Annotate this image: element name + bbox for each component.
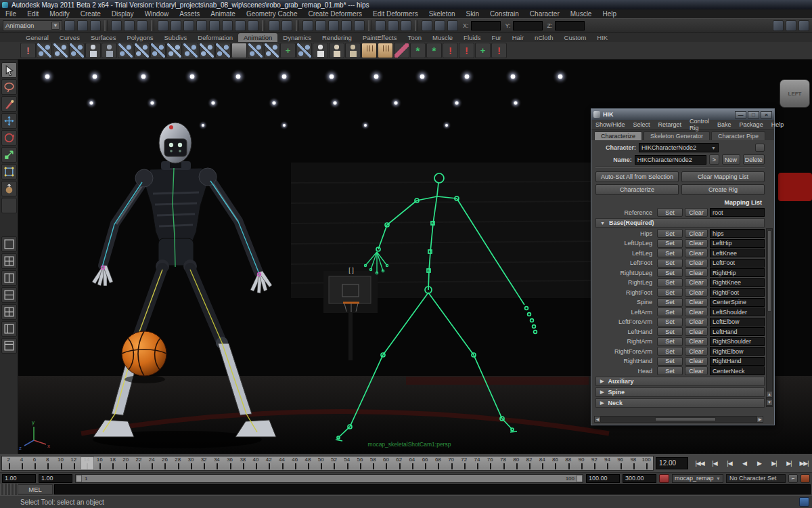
shelf-icon-bone-1[interactable] <box>37 43 52 58</box>
two-pane-side-layout[interactable] <box>1 270 17 286</box>
range-start-handle[interactable] <box>76 475 82 482</box>
scroll-down-button[interactable]: ▼ <box>766 399 773 406</box>
step-back-key-button[interactable]: |◀ <box>723 457 736 469</box>
shelf-tab-general[interactable]: General <box>20 33 54 42</box>
clear-button[interactable]: Clear <box>685 249 708 257</box>
x-coord-input[interactable] <box>471 21 501 30</box>
shelf-icon-bone-3[interactable] <box>69 43 85 58</box>
clear-button[interactable]: Clear <box>685 268 708 277</box>
show-tool-settings-icon[interactable] <box>786 20 796 31</box>
shelf-tab-muscle[interactable]: Muscle <box>427 33 458 42</box>
play-forwards-button[interactable]: ▶ <box>752 457 766 469</box>
shelf-tab-subdivs[interactable]: Subdivs <box>159 33 193 42</box>
shelf-tab-fluids[interactable]: Fluids <box>458 33 486 42</box>
timeline-ruler[interactable]: 2468101214161820222426283032343638404244… <box>1 456 654 471</box>
shelf-tab-polygons[interactable]: Polygons <box>121 33 158 42</box>
mapping-value-field[interactable]: LeftFoot <box>710 259 765 268</box>
shelf-icon-bone-11[interactable] <box>199 43 215 58</box>
mapping-value-field[interactable]: RightHand <box>710 357 765 366</box>
section-neck[interactable]: ▶Neck <box>595 398 765 408</box>
section-base-required[interactable]: ▼Base(Required) <box>595 218 765 228</box>
set-button[interactable]: Set <box>657 288 683 297</box>
preferences-icon[interactable] <box>800 474 810 483</box>
collapse-button[interactable] <box>755 144 765 152</box>
shelf-icon-bone-15[interactable] <box>264 43 279 58</box>
clear-button[interactable]: Clear <box>685 298 708 307</box>
shelf-icon-person-5[interactable] <box>102 43 117 58</box>
close-button[interactable]: × <box>761 111 772 119</box>
shelf-tab-deformation[interactable]: Deformation <box>192 33 238 42</box>
scroll-left-button[interactable]: ◀ <box>594 416 601 423</box>
hik-tab-character-pipe[interactable]: Character Pipe <box>711 131 765 140</box>
shelf-tab-hair[interactable]: Hair <box>507 33 529 42</box>
y-coord-input[interactable] <box>513 21 543 30</box>
set-button[interactable]: Set <box>657 298 683 307</box>
shelf-tab-painteffects[interactable]: PaintEffects <box>357 33 403 42</box>
shelf-icon-hand-22[interactable] <box>378 43 393 58</box>
clear-button[interactable]: Clear <box>685 229 708 238</box>
name-input[interactable]: HIKCharacterNode2 <box>635 155 706 165</box>
single-pane-layout[interactable] <box>1 236 17 252</box>
playback-end-field[interactable]: 100.00 <box>586 474 620 483</box>
shelf-icon-hand-21[interactable] <box>361 43 377 58</box>
shelf-icon-bone-2[interactable] <box>53 43 68 58</box>
step-forward-key-button[interactable]: ▶| <box>767 457 781 469</box>
set-button[interactable]: Set <box>657 366 683 375</box>
window-title-bar[interactable]: Autodesk Maya 2011 Beta 2 x64 - Trial Ve… <box>0 0 812 9</box>
hik-title-bar[interactable]: HIK — □ × <box>591 109 774 120</box>
clear-button[interactable]: Clear <box>685 327 708 336</box>
shelf-tab-ncloth[interactable]: nCloth <box>529 33 558 42</box>
soft-modification-tool[interactable] <box>1 181 17 196</box>
set-button[interactable]: Set <box>657 268 683 277</box>
four-pane-layout[interactable] <box>1 253 17 269</box>
anim-layer-dropdown[interactable]: mocap_remap ▼ <box>672 474 723 483</box>
section-spine[interactable]: ▶Spine <box>595 387 765 397</box>
mask-rendering-icon[interactable] <box>235 20 246 31</box>
clear-button[interactable]: Clear <box>685 288 708 297</box>
menu-geometry-cache[interactable]: Geometry Cache <box>241 10 303 18</box>
mapping-value-field[interactable]: RightElbow <box>710 347 765 356</box>
set-button[interactable]: Set <box>657 308 683 316</box>
mask-handles-icon[interactable] <box>158 20 168 31</box>
paint-select-tool[interactable] <box>1 96 17 112</box>
clear-button[interactable]: Clear <box>685 278 708 287</box>
mask-misc-icon[interactable] <box>248 20 258 31</box>
shelf-icon-person-19[interactable] <box>329 43 344 58</box>
hik-clear-mapping-list-button[interactable]: Clear Mapping List <box>681 171 765 182</box>
menu-help[interactable]: Help <box>597 10 622 18</box>
mapping-value-field[interactable]: hips <box>710 229 765 238</box>
range-end-handle[interactable] <box>577 475 583 482</box>
menu-edit[interactable]: Edit <box>22 10 44 18</box>
shelf-icon-bang-26[interactable]: ! <box>443 43 458 58</box>
shelf-tab-surfaces[interactable]: Surfaces <box>85 33 122 42</box>
character-set-dropdown[interactable]: No Character Set <box>726 474 786 483</box>
hik-menu-bake[interactable]: Bake <box>713 121 736 128</box>
snap-curve-icon[interactable] <box>315 20 326 31</box>
mel-label[interactable]: MEL <box>18 484 53 494</box>
shelf-tab-custom[interactable]: Custom <box>559 33 592 42</box>
hik-create-rig-button[interactable]: Create Rig <box>681 184 765 195</box>
vertical-scrollbar[interactable] <box>766 228 773 407</box>
hik-characterize-button[interactable]: Characterize <box>595 184 679 195</box>
mask-joints-icon[interactable] <box>171 20 181 31</box>
menu-constrain[interactable]: Constrain <box>484 10 524 18</box>
playback-range-bar[interactable]: 1 100 <box>75 474 583 483</box>
mapping-value-field[interactable]: LeftKnee <box>710 249 765 257</box>
current-time-field[interactable]: 12.00 <box>656 457 688 469</box>
shelf-tab-dynamics[interactable]: Dynamics <box>277 33 317 42</box>
universal-manipulator-tool[interactable] <box>1 164 17 179</box>
mapping-value-field[interactable]: LeftHip <box>710 239 765 248</box>
clear-button[interactable]: Clear <box>685 318 708 326</box>
playback-start-field[interactable]: 1.00 <box>39 474 72 483</box>
menu-muscle[interactable]: Muscle <box>565 10 597 18</box>
hik-menu-show-hide[interactable]: Show/Hide <box>591 121 629 128</box>
ipr-render-icon[interactable] <box>434 20 445 31</box>
output-connections-icon[interactable] <box>388 20 399 31</box>
go-to-start-button[interactable]: |◀◀ <box>693 457 706 469</box>
shelf-icon-bone-17[interactable] <box>296 43 312 58</box>
set-button[interactable]: Set <box>657 208 683 217</box>
shelf-icon-person-4[interactable] <box>85 43 101 58</box>
section-auxiliary[interactable]: ▶Auxiliary <box>595 377 765 386</box>
highlight-selection-icon[interactable] <box>281 20 292 31</box>
three-pane-split-layout[interactable] <box>1 304 17 320</box>
